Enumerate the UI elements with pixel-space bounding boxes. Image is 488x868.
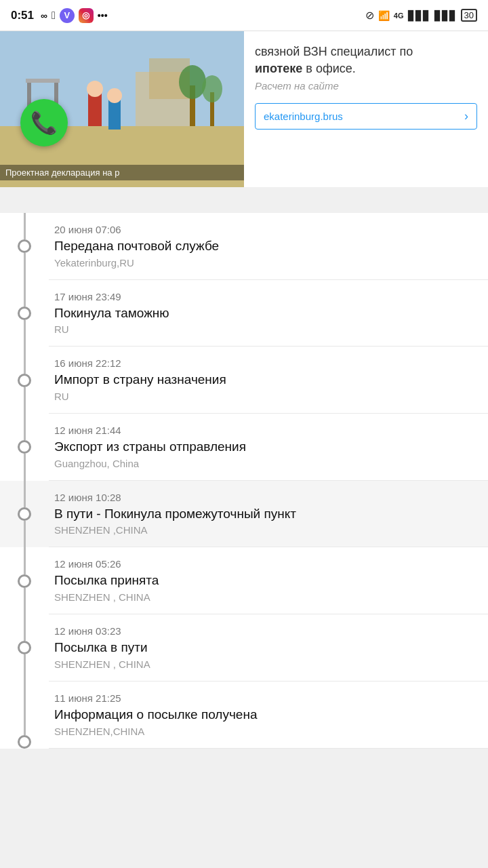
tracking-location: SHENZHEN , CHINA <box>54 591 477 603</box>
timeline-line-bottom <box>24 387 26 414</box>
ad-text: связной ВЗН специалист по ипотеке в офис… <box>255 43 477 95</box>
svg-rect-8 <box>88 92 102 126</box>
tracking-date: 16 июня 22:12 <box>54 357 477 369</box>
viber-icon: V <box>60 8 75 23</box>
tracking-item-0: 20 июня 07:06 Передана почтовой службе Y… <box>0 213 488 280</box>
tracking-date: 12 июня 10:28 <box>54 492 477 503</box>
tracking-content: 11 июня 21:25 Информация о посылке получ… <box>49 682 488 749</box>
ad-link[interactable]: ekaterinburg.brus › <box>255 103 477 130</box>
timeline-col <box>0 547 49 614</box>
tracking-location: SHENZHEN , CHINA <box>54 658 477 670</box>
signal-icon2: ▊▊▊ <box>434 10 457 21</box>
ad-caption: Проектная декларация на р <box>0 165 244 180</box>
tracking-date: 20 июня 07:06 <box>54 224 477 235</box>
timeline-line-top <box>24 547 26 574</box>
timeline-col <box>0 614 49 682</box>
ad-image: 📞 Проектная декларация на р <box>0 31 244 187</box>
timeline-dot <box>18 641 31 654</box>
tracking-date: 17 июня 23:49 <box>54 291 477 302</box>
timeline-col <box>0 280 49 347</box>
phone-icon: 📞 <box>30 110 58 136</box>
timeline-dot <box>18 440 31 454</box>
timeline-col <box>0 682 49 749</box>
timeline-dot <box>18 574 31 588</box>
timeline-line-top <box>24 280 26 307</box>
tracking-location: RU <box>54 391 477 402</box>
tracking-location: Yekaterinburg,RU <box>54 257 477 269</box>
timeline-line-bottom <box>24 253 26 279</box>
tracking-status: Покинула таможню <box>54 305 477 322</box>
tracking-content: 12 июня 10:28 В пути - Покинула промежут… <box>49 481 488 548</box>
timeline-line-top <box>24 682 26 735</box>
tracking-status: Импорт в страну назначения <box>54 372 477 389</box>
svg-point-9 <box>87 81 103 97</box>
tracking-status: Экспорт из страны отправления <box>54 439 477 456</box>
tracking-location: RU <box>54 323 477 335</box>
tracking-date: 11 июня 21:25 <box>54 692 477 704</box>
tracking-location: SHENZHEN ,CHINA <box>54 524 477 536</box>
tracking-location: SHENZHEN,CHINA <box>54 726 477 737</box>
svg-point-5 <box>179 65 206 99</box>
tracking-status: Посылка принята <box>54 572 477 589</box>
battery-icon: 30 <box>461 9 477 22</box>
timeline-dot <box>18 307 31 320</box>
tracking-status: Передана почтовой службе <box>54 238 477 255</box>
tracking-item-4: 12 июня 10:28 В пути - Покинула промежут… <box>0 481 488 548</box>
timeline-line-bottom <box>24 521 26 547</box>
tracking-item-3: 12 июня 21:44 Экспорт из страны отправле… <box>0 414 488 481</box>
timeline-line-bottom <box>24 320 26 347</box>
tracking-list: 20 июня 07:06 Передана почтовой службе Y… <box>0 213 488 749</box>
timeline-col <box>0 347 49 414</box>
svg-rect-10 <box>108 99 121 130</box>
status-bar: 0:51 ∞  V ◎ ••• ⊘ 📶 4G ▊▊▊ ▊▊▊ 30 <box>0 0 488 31</box>
status-time: 0:51 <box>11 9 34 22</box>
tracking-content: 12 июня 05:26 Посылка принята SHENZHEN ,… <box>49 547 488 614</box>
timeline-col <box>0 481 49 548</box>
timeline-line-bottom <box>24 454 26 480</box>
gap-divider <box>0 193 488 213</box>
tracking-status: В пути - Покинула промежуточный пункт <box>54 506 477 523</box>
tracking-item-7: 11 июня 21:25 Информация о посылке получ… <box>0 682 488 749</box>
tracking-date: 12 июня 05:26 <box>54 558 477 570</box>
tracking-content: 12 июня 03:23 Посылка в пути SHENZHEN , … <box>49 614 488 682</box>
tracking-content: 17 июня 23:49 Покинула таможню RU <box>49 280 488 347</box>
svg-rect-14 <box>26 79 60 83</box>
tracking-date: 12 июня 21:44 <box>54 425 477 436</box>
tracking-item-2: 16 июня 22:12 Импорт в страну назначения… <box>0 347 488 414</box>
wifi-icon: 📶 <box>378 10 390 21</box>
timeline-col <box>0 213 49 280</box>
tracking-item-1: 17 июня 23:49 Покинула таможню RU <box>0 280 488 347</box>
more-icon: ••• <box>98 10 108 21</box>
timeline-dot <box>18 374 31 387</box>
ad-banner: 📞 Проектная декларация на р связной ВЗН … <box>0 31 488 187</box>
tracking-status: Посылка в пути <box>54 639 477 656</box>
timeline-dot <box>18 239 31 253</box>
timeline-line-top <box>24 347 26 373</box>
svg-point-11 <box>107 88 122 103</box>
infinity-icon: ∞ <box>41 10 47 21</box>
timeline-line-top <box>24 614 26 641</box>
signal-off-icon: ⊘ <box>365 9 374 22</box>
tracking-content: 16 июня 22:12 Импорт в страну назначения… <box>49 347 488 414</box>
instagram-icon: ◎ <box>79 8 94 23</box>
facebook-icon:  <box>52 9 56 22</box>
status-icons: ∞  V ◎ ••• <box>41 8 108 23</box>
signal-icon: ▊▊▊ <box>408 10 430 21</box>
timeline-line-bottom <box>24 654 26 681</box>
tracking-status: Информация о посылке получена <box>54 707 477 724</box>
timeline-line-bottom <box>24 588 26 614</box>
ad-right-content: связной ВЗН специалист по ипотеке в офис… <box>244 31 488 187</box>
tracking-content: 12 июня 21:44 Экспорт из страны отправле… <box>49 414 488 481</box>
timeline-line-top <box>24 414 26 440</box>
chevron-right-icon: › <box>464 109 468 123</box>
timeline-col <box>0 414 49 481</box>
timeline-line-top <box>24 481 26 507</box>
timeline-dot <box>18 507 31 521</box>
call-button[interactable]: 📞 <box>20 99 68 146</box>
tracking-item-6: 12 июня 03:23 Посылка в пути SHENZHEN , … <box>0 614 488 682</box>
tracking-date: 12 июня 03:23 <box>54 625 477 637</box>
mobile-data-icon: 4G <box>394 12 404 20</box>
tracking-location: Guangzhou, China <box>54 458 477 469</box>
timeline-dot <box>18 735 31 749</box>
timeline-line-top <box>24 213 26 239</box>
